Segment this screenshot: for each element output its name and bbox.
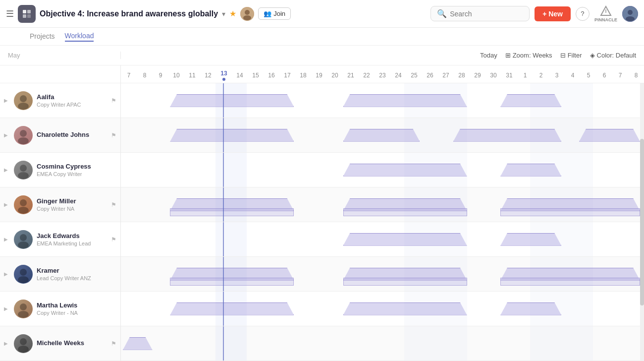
user-avatar[interactable] (622, 6, 638, 22)
person-row-5[interactable]: ▶ Kramer Lead Copy Writer ANZ (0, 257, 120, 292)
person-name-1: Charolette Johns (37, 131, 107, 138)
color-icon: ◈ (590, 52, 595, 59)
star-icon[interactable]: ★ (229, 9, 236, 18)
chart-area (121, 83, 644, 361)
scrollbar-track[interactable] (640, 83, 644, 361)
wl-bar-lower-3-2 (500, 208, 640, 216)
scrollbar-thumb[interactable] (640, 139, 644, 305)
svg-point-29 (18, 276, 29, 283)
subnav-workload[interactable]: Workload (65, 32, 94, 42)
month-label: May (0, 52, 121, 59)
timeline-controls-row: May Today ⊞ Zoom: Weeks ⊟ Filter ◈ Color… (0, 46, 644, 65)
svg-point-23 (18, 207, 29, 214)
svg-rect-1 (27, 10, 31, 13)
date-cell-4: 4 (565, 70, 581, 79)
wl-bar-0-0 (170, 94, 294, 107)
chart-row-5 (121, 257, 644, 292)
date-cell-24: 24 (390, 70, 406, 79)
date-cell-2: 2 (533, 70, 549, 79)
person-name-7: Michelle Weeks (37, 339, 107, 347)
project-owner-avatar[interactable] (240, 7, 254, 21)
person-role-3: Copy Writer NA (37, 206, 107, 212)
flag-icon-0[interactable]: ⚑ (111, 97, 116, 104)
new-button[interactable]: + New (535, 6, 571, 21)
svg-point-25 (20, 234, 27, 241)
person-role-0: Copy Writer APAC (37, 102, 107, 108)
wl-bar-lower-3-1 (343, 208, 467, 216)
date-cell-22: 22 (359, 70, 375, 79)
person-info-4: Jack Edwards EMEA Marketing Lead (37, 232, 107, 246)
person-avatar-3 (14, 195, 33, 214)
person-name-6: Martha Lewis (37, 301, 116, 309)
chart-rows (121, 83, 644, 361)
flag-icon-1[interactable]: ⚑ (111, 132, 116, 139)
person-avatar-1 (14, 126, 33, 145)
person-avatar-5 (14, 265, 33, 284)
svg-point-6 (243, 15, 251, 20)
date-cell-15: 15 (248, 70, 264, 79)
filter-button[interactable]: ⊟ Filter (560, 52, 582, 59)
chart-row-2 (121, 153, 644, 187)
color-button[interactable]: ◈ Color: Default (590, 52, 636, 59)
chart-row-4 (121, 222, 644, 257)
person-row-3[interactable]: ▶ Ginger Miller Copy Writer NA ⚑ (0, 187, 120, 222)
svg-point-5 (245, 10, 250, 15)
person-row-6[interactable]: ▶ Martha Lewis Copy Writer - NA (0, 292, 120, 326)
svg-rect-3 (27, 14, 31, 18)
date-cell-11: 11 (184, 70, 200, 79)
app-logo-icon[interactable] (18, 5, 36, 23)
date-cell-28: 28 (454, 70, 470, 79)
join-button[interactable]: 👥 Join (258, 7, 291, 20)
svg-point-13 (20, 95, 27, 102)
person-info-1: Charolette Johns (37, 131, 107, 139)
svg-point-22 (20, 199, 27, 206)
person-row-0[interactable]: ▶ Aalifa Copy Writer APAC ⚑ (0, 83, 120, 118)
expand-icon: ▶ (4, 306, 8, 311)
date-cell-8: 8 (628, 70, 644, 79)
flag-icon-7[interactable]: ⚑ (111, 340, 116, 347)
wl-bar-lower-5-2 (500, 278, 640, 286)
today-button[interactable]: Today (480, 52, 497, 59)
person-role-6: Copy Writer - NA (37, 310, 116, 316)
person-row-2[interactable]: ▶ Cosmina Cypress EMEA Copy Writer (0, 153, 120, 187)
svg-point-35 (18, 346, 29, 353)
header-left: ☰ Objective 4: Increase brand awareness … (6, 5, 426, 23)
date-cell-30: 30 (485, 70, 501, 79)
svg-point-34 (20, 338, 27, 345)
date-cell-3: 3 (549, 70, 565, 79)
date-header-row: 7891011121314151617181920212223242526272… (0, 65, 644, 83)
date-cell-27: 27 (438, 70, 454, 79)
svg-point-14 (18, 103, 29, 110)
svg-point-16 (20, 130, 27, 137)
person-avatar-0 (14, 91, 33, 110)
date-cell-5: 5 (581, 70, 596, 79)
person-row-1[interactable]: ▶ Charolette Johns ⚑ (0, 118, 120, 153)
pinnacle-logo: PINNACLE (594, 5, 617, 22)
chart-row-0 (121, 83, 644, 118)
svg-point-20 (18, 172, 29, 179)
chart-row-7 (121, 326, 644, 361)
wl-bar-6-1 (343, 302, 467, 315)
wl-bar-2-0 (343, 164, 467, 177)
help-icon[interactable]: ? (576, 7, 590, 21)
date-cell-31: 31 (501, 70, 517, 79)
date-cell-14: 14 (232, 70, 248, 79)
search-input[interactable] (450, 10, 524, 18)
date-cell-10: 10 (168, 70, 184, 79)
chevron-down-icon[interactable]: ▾ (222, 10, 225, 18)
person-row-7[interactable]: ▶ Michelle Weeks ⚑ (0, 326, 120, 361)
date-cell-26: 26 (422, 70, 438, 79)
wl-bar-7-0 (123, 337, 153, 350)
flag-icon-3[interactable]: ⚑ (111, 201, 116, 208)
chart-row-6 (121, 292, 644, 326)
expand-icon: ▶ (4, 271, 8, 277)
person-row-4[interactable]: ▶ Jack Edwards EMEA Marketing Lead ⚑ (0, 222, 120, 257)
zoom-button[interactable]: ⊞ Zoom: Weeks (505, 52, 552, 59)
wl-bar-4-1 (500, 233, 561, 246)
flag-icon-4[interactable]: ⚑ (111, 236, 116, 243)
date-cell-16: 16 (264, 70, 279, 79)
subnav-projects[interactable]: Projects (30, 32, 55, 41)
search-box[interactable]: 🔍 (430, 6, 530, 21)
wl-bar-6-2 (500, 302, 561, 315)
menu-icon[interactable]: ☰ (6, 8, 14, 19)
